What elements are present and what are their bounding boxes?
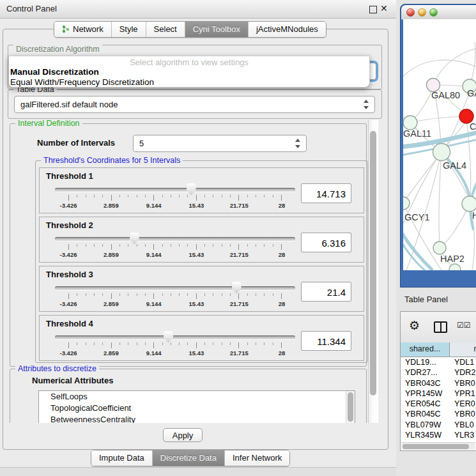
tick-label: -3.426 <box>60 251 77 258</box>
slider-thumb[interactable] <box>232 282 242 294</box>
dropdown-placeholder: Select algorithm to view settings <box>9 56 369 67</box>
threshold-3-panel: Threshold 3 -3.4262.8599.14415.4321.7152… <box>39 266 364 312</box>
table-row[interactable]: YDR27...YDR2 <box>401 367 476 378</box>
table-row[interactable]: YBL079WYBL0 <box>401 420 476 430</box>
slider-thumb[interactable] <box>187 183 196 196</box>
slider-major-ticks <box>68 293 282 299</box>
node-table-window: ⚙ ☑☑ shared... n YDL19...YDL1YDR27...YDR… <box>400 311 476 451</box>
apply-button[interactable]: Apply <box>163 428 203 442</box>
threshold-1-panel: Threshold 1 -3.4262.8599.14415.4321.7152… <box>39 167 364 213</box>
table-header: shared... n <box>401 342 476 357</box>
network-window[interactable]: GAL80GACGAL11GAL4GCY1HHAP2 <box>400 4 476 288</box>
float-window-icon[interactable] <box>369 6 377 13</box>
tab-network-label: Network <box>73 24 104 34</box>
table-row[interactable]: YBR043CYBR0 <box>401 378 476 388</box>
threshold-1-slider[interactable]: -3.4262.8599.14415.4321.71528 <box>55 182 296 211</box>
table-cell: YDR27... <box>401 367 450 378</box>
tab-select[interactable]: Select <box>146 22 185 37</box>
tab-cyni-toolbox[interactable]: Cyni Toolbox <box>185 22 248 37</box>
slider-track[interactable] <box>55 286 295 290</box>
threshold-4-value-field[interactable]: 11.344 <box>301 331 351 351</box>
slider-tick-labels: -3.4262.8599.14415.4321.71528 <box>68 349 282 357</box>
threshold-3-value-field[interactable]: 21.4 <box>301 282 351 302</box>
minimize-window-button[interactable] <box>418 8 426 17</box>
network-node[interactable] <box>462 196 476 211</box>
table-row[interactable]: YER054CYER0 <box>401 399 476 409</box>
vertical-scrollbar-thumb[interactable] <box>370 131 376 395</box>
tab-infer-network[interactable]: Infer Network <box>224 450 289 466</box>
split-columns-icon[interactable] <box>434 321 447 333</box>
cyni-scroll-viewport: Interval Definition Number of Intervals … <box>6 120 378 423</box>
dropdown-option-equal-width-frequency[interactable]: Equal Width/Frequency Discretization <box>9 77 369 88</box>
network-node[interactable] <box>403 116 417 130</box>
tick-label: 9.144 <box>146 251 162 258</box>
threshold-1-value-field[interactable]: 14.713 <box>301 183 351 203</box>
horizontal-scrollbar-thumb[interactable] <box>403 444 469 449</box>
tick-label: 9.144 <box>146 202 162 209</box>
table-header-cell-shared-name[interactable]: shared... <box>401 342 450 357</box>
list-item[interactable]: SelfLoops <box>39 391 355 403</box>
number-of-intervals-combobox[interactable]: 5 <box>133 135 307 152</box>
table-row[interactable]: YDL19...YDL1 <box>401 357 476 367</box>
threshold-label: Threshold 1 <box>46 171 93 181</box>
slider-thumb[interactable] <box>130 233 139 245</box>
cyni-mode-tabbar: Impute Data Discretize Data Infer Networ… <box>91 450 290 466</box>
threshold-label: Threshold 3 <box>46 270 93 279</box>
threshold-4-slider[interactable]: -3.4262.8599.14415.4321.71528 <box>55 330 296 359</box>
tick-label: -3.426 <box>60 349 77 357</box>
table-row[interactable]: YBR045CYBR0 <box>401 409 476 419</box>
threshold-4-panel: Threshold 4 -3.4262.8599.14415.4321.7152… <box>39 315 364 361</box>
dropdown-option-manual-discretization[interactable]: Manual Discretization <box>9 67 369 77</box>
network-node[interactable] <box>433 242 446 254</box>
control-panel-titlebar: Control Panel ✕ <box>0 0 396 19</box>
tab-discretize-data-label: Discretize Data <box>160 453 217 463</box>
slider-tick-labels: -3.4262.8599.14415.4321.71528 <box>68 300 282 308</box>
table-cell: YER054C <box>401 399 450 409</box>
tab-style[interactable]: Style <box>111 22 146 37</box>
table-data-combobox[interactable]: galFiltered.sif default node <box>14 96 375 113</box>
tick-label: 2.859 <box>104 300 119 307</box>
list-item[interactable]: TopologicalCoefficient <box>39 403 355 414</box>
tick-label: 28 <box>279 300 286 307</box>
threshold-2-slider[interactable]: -3.4262.8599.14415.4321.71528 <box>55 231 296 261</box>
network-node-label: H <box>472 210 476 220</box>
tick-label: 9.144 <box>146 300 162 307</box>
table-cell: YBR0 <box>450 378 476 388</box>
list-scrollbar[interactable] <box>346 391 355 423</box>
close-icon[interactable]: ✕ <box>380 3 388 13</box>
network-node-label: GCY1 <box>404 212 430 222</box>
close-window-button[interactable] <box>406 8 415 17</box>
algorithm-dropdown-popup: Select algorithm to view settings Manual… <box>8 56 370 88</box>
slider-thumb[interactable] <box>164 331 173 343</box>
tab-impute-data[interactable]: Impute Data <box>91 450 152 466</box>
vertical-scrollbar[interactable] <box>368 120 378 423</box>
slider-track[interactable] <box>55 335 295 339</box>
table-row[interactable]: YLR345WYLR3 <box>401 430 476 440</box>
numerical-attributes-list[interactable]: SelfLoopsTopologicalCoefficientBetweenne… <box>38 390 355 423</box>
checkbox-pair-icon[interactable]: ☑☑ <box>457 321 471 330</box>
slider-track[interactable] <box>55 188 295 192</box>
list-item[interactable]: BetweennessCentrality <box>39 414 355 423</box>
tab-style-label: Style <box>119 24 138 34</box>
network-node[interactable] <box>433 144 450 161</box>
tab-discretize-data[interactable]: Discretize Data <box>152 450 224 466</box>
list-scrollbar-thumb[interactable] <box>348 392 353 422</box>
table-panel-header: Table Panel <box>396 288 476 311</box>
threshold-3-slider[interactable]: -3.4262.8599.14415.4321.71528 <box>55 280 296 310</box>
table-header-cell-name[interactable]: n <box>450 342 476 357</box>
table-cell: YBR043C <box>401 378 450 388</box>
tick-label: 2.859 <box>104 202 119 209</box>
table-cell: YBR045C <box>401 409 450 419</box>
zoom-window-button[interactable] <box>429 8 438 17</box>
tab-jactivemnodules[interactable]: jActiveMNodules <box>248 22 326 37</box>
table-row[interactable]: YPR145WYPR1 <box>401 388 476 399</box>
table-cell: YBL0 <box>450 420 476 430</box>
tab-network[interactable]: Network <box>54 22 111 37</box>
threshold-2-value-field[interactable]: 6.316 <box>301 233 351 252</box>
horizontal-scrollbar[interactable] <box>401 442 475 450</box>
network-node[interactable] <box>403 197 410 210</box>
gear-icon[interactable]: ⚙ <box>409 319 420 333</box>
network-canvas[interactable]: GAL80GACGAL11GAL4GCY1HHAP2 <box>403 19 476 270</box>
slider-track[interactable] <box>55 237 295 241</box>
table-data-combobox-value: galFiltered.sif default node <box>20 100 118 109</box>
